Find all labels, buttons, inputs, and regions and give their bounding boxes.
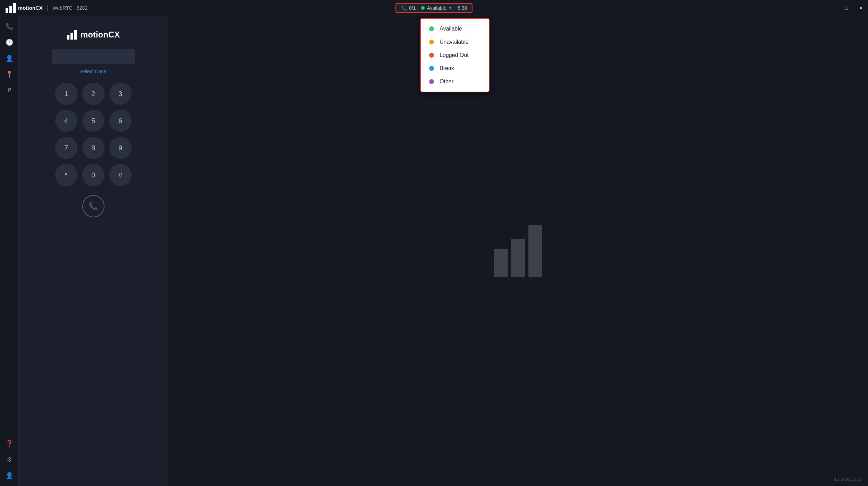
dialer-logo-bars [67, 30, 77, 40]
sidebar-item-clock[interactable]: 🕐 [2, 35, 16, 49]
sidebar-item-settings[interactable]: ⚙ [2, 453, 16, 467]
status-option-break[interactable]: Break [421, 62, 489, 75]
location-icon: 📍 [6, 70, 13, 78]
status-bar[interactable]: 📞 0/1 Available ▼ 6:38 [395, 3, 473, 13]
dial-btn-6[interactable]: 6 [109, 110, 132, 132]
timer-label: 6:38 [458, 5, 467, 11]
dialer-input[interactable] [52, 49, 135, 64]
title-divider: | [47, 4, 49, 11]
title-bar-left: motionCX | WebRTC - 8282 [6, 3, 87, 13]
version-label: 9.1.0-Stg.1852 [834, 477, 861, 482]
parking-icon: P [7, 87, 11, 93]
select-case-button[interactable]: Select Case [80, 69, 106, 74]
sidebar-item-help[interactable]: ❓ [2, 437, 16, 451]
break-dot [429, 66, 434, 71]
phone-icon: 📞 [401, 5, 407, 11]
clock-icon: 🕐 [6, 39, 13, 46]
app-name: motionCX [18, 5, 43, 11]
logged-out-label: Logged Out [440, 52, 469, 58]
available-dot [429, 26, 434, 31]
dial-btn-5[interactable]: 5 [82, 110, 105, 132]
dial-btn-3[interactable]: 3 [109, 83, 132, 105]
dial-btn-1[interactable]: 1 [55, 83, 77, 105]
app-logo: motionCX [6, 3, 43, 13]
close-button[interactable]: ✕ [854, 0, 868, 16]
background-logo [494, 225, 542, 277]
status-dot [421, 6, 425, 10]
status-option-other[interactable]: Other [421, 75, 489, 88]
break-label: Break [440, 65, 454, 72]
minimize-button[interactable]: ─ [825, 0, 839, 16]
dial-btn-hash[interactable]: # [109, 164, 132, 186]
gear-icon: ⚙ [7, 456, 12, 463]
unavailable-dot [429, 40, 434, 44]
other-label: Other [440, 78, 453, 85]
sidebar-item-parking[interactable]: P [2, 83, 16, 97]
dialer-logo: motionCX [67, 30, 120, 40]
call-count: 📞 0/1 [401, 5, 416, 11]
webrtc-label: WebRTC - 8282 [53, 5, 88, 11]
sidebar-item-location[interactable]: 📍 [2, 67, 16, 81]
call-button[interactable]: 📞 [82, 195, 105, 217]
content-area: 9.1.0-Stg.1852 [168, 16, 868, 486]
unavailable-label: Unavailable [440, 39, 469, 45]
sidebar-item-user[interactable]: 👤 [2, 469, 16, 483]
phone-nav-icon: 📞 [6, 23, 13, 30]
dialer-logo-text: motionCX [81, 30, 120, 40]
status-dropdown: Available Unavailable Logged Out Break O… [420, 18, 490, 92]
call-count-value: 0/1 [409, 5, 416, 11]
dial-btn-0[interactable]: 0 [82, 164, 105, 186]
dial-btn-4[interactable]: 4 [55, 110, 77, 132]
chevron-down-icon: ▼ [449, 6, 452, 10]
title-bar-center: 📞 0/1 Available ▼ 6:38 [395, 3, 473, 13]
dial-btn-star[interactable]: * [55, 164, 77, 186]
dialer-panel: motionCX Select Case 1 2 3 4 5 6 7 8 9 *… [19, 16, 168, 486]
dial-btn-9[interactable]: 9 [109, 137, 132, 159]
status-option-logged-out[interactable]: Logged Out [421, 49, 489, 62]
status-option-unavailable[interactable]: Unavailable [421, 35, 489, 49]
dial-btn-7[interactable]: 7 [55, 137, 77, 159]
status-label: Available [427, 5, 446, 11]
sidebar-item-phone[interactable]: 📞 [2, 19, 16, 33]
maximize-button[interactable]: □ [840, 0, 853, 16]
window-controls: ─ □ ✕ [825, 0, 868, 16]
dial-btn-2[interactable]: 2 [82, 83, 105, 105]
status-option-available[interactable]: Available [421, 22, 489, 35]
dial-grid: 1 2 3 4 5 6 7 8 9 * 0 # [55, 83, 132, 186]
available-label: Available [440, 26, 462, 32]
logged-out-dot [429, 53, 434, 58]
logo-bars-icon [6, 3, 16, 13]
other-dot [429, 79, 434, 84]
status-indicator: Available ▼ [421, 5, 452, 11]
sidebar: 📞 🕐 👤 📍 P ❓ ⚙ 👤 [0, 16, 19, 486]
contacts-icon: 👤 [6, 55, 13, 62]
call-button-icon: 📞 [89, 202, 98, 211]
help-icon: ❓ [6, 440, 13, 447]
dial-btn-8[interactable]: 8 [82, 137, 105, 159]
sidebar-item-contacts[interactable]: 👤 [2, 51, 16, 65]
title-bar: motionCX | WebRTC - 8282 📞 0/1 Available… [0, 0, 868, 16]
user-icon: 👤 [6, 472, 13, 479]
